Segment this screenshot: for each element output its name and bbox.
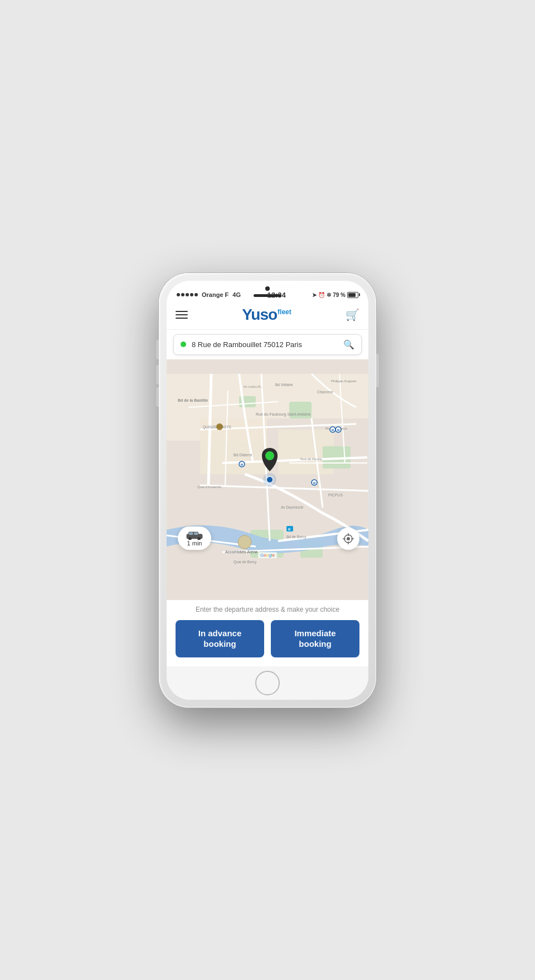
immediate-booking-button[interactable]: Immediatebooking <box>271 620 359 657</box>
svg-text:Bd de la Bastille: Bd de la Bastille <box>178 398 208 402</box>
app-logo: Yuso fleet <box>242 306 291 324</box>
hamburger-menu-button[interactable] <box>176 311 188 319</box>
map-container[interactable]: Seine <box>167 359 368 600</box>
map-svg: Seine <box>167 359 368 600</box>
car-icon <box>184 530 205 540</box>
search-icon[interactable]: 🔍 <box>343 339 354 350</box>
phone-frame: Orange F 4G 12:34 ➤ ⏰ ✲ 79 % Yus <box>159 273 376 708</box>
signal-dot <box>177 293 180 296</box>
signal-dot <box>186 293 189 296</box>
booking-buttons-container: In advancebooking Immediatebooking <box>176 620 359 657</box>
hamburger-line <box>176 311 188 312</box>
status-left: Orange F 4G <box>177 291 241 298</box>
svg-text:Bd Diderot: Bd Diderot <box>234 453 252 457</box>
signal-dot <box>190 293 193 296</box>
svg-text:M: M <box>241 463 243 466</box>
svg-point-45 <box>263 473 276 486</box>
location-dot-icon <box>181 342 186 347</box>
car-time-bubble: 1 min <box>178 526 211 550</box>
svg-text:M: M <box>313 481 315 485</box>
car-time-label: 1 min <box>187 540 202 547</box>
location-icon: ➤ <box>312 292 317 298</box>
home-button[interactable] <box>255 671 280 695</box>
svg-text:Rue du Faubourg Saint-Antoine: Rue du Faubourg Saint-Antoine <box>256 412 311 417</box>
cart-icon[interactable]: 🛒 <box>346 308 359 321</box>
svg-rect-51 <box>194 532 198 535</box>
signal-dot <box>181 293 184 296</box>
search-input-wrapper[interactable]: 8 Rue de Rambouillet 75012 Paris 🔍 <box>173 334 362 355</box>
svg-text:Charonne: Charonne <box>317 390 333 394</box>
search-address-text: 8 Rue de Rambouillet 75012 Paris <box>192 340 343 349</box>
logo-fleet-text: fleet <box>278 308 291 316</box>
signal-bars <box>177 293 198 296</box>
battery-fill <box>348 293 356 297</box>
svg-text:B: B <box>288 528 291 531</box>
network-label: 4G <box>232 291 241 298</box>
camera-dot <box>265 286 270 291</box>
speaker-bar <box>254 294 281 297</box>
my-location-button[interactable] <box>337 528 359 550</box>
target-icon <box>343 533 354 544</box>
svg-text:Bd de Bercy: Bd de Bercy <box>286 535 307 539</box>
svg-text:M: M <box>332 428 334 432</box>
app-header: Yuso fleet 🛒 <box>167 301 368 330</box>
svg-point-42 <box>216 423 223 430</box>
svg-text:PICPUS: PICPUS <box>328 493 343 497</box>
svg-point-40 <box>238 535 251 549</box>
svg-text:Av Ledru-R...: Av Ledru-R... <box>244 385 264 388</box>
battery-percent: 79 % <box>333 292 346 298</box>
instruction-text: Enter the departure address & make your … <box>176 606 359 613</box>
logo-yuso-text: Yuso <box>242 306 277 324</box>
alarm-icon: ⏰ <box>318 292 325 298</box>
phone-screen: Orange F 4G 12:34 ➤ ⏰ ✲ 79 % Yus <box>167 281 368 700</box>
svg-text:AccorHotels Arena: AccorHotels Arena <box>225 550 257 554</box>
svg-point-43 <box>265 451 274 460</box>
home-indicator-area <box>167 666 368 700</box>
hamburger-line <box>176 314 188 315</box>
svg-text:M: M <box>337 428 339 432</box>
svg-text:Quai d'Austerlitz: Quai d'Austerlitz <box>197 485 222 489</box>
svg-text:Av Daumesnil: Av Daumesnil <box>281 505 304 509</box>
bluetooth-icon: ✲ <box>327 292 331 298</box>
svg-text:Bd Voltaire: Bd Voltaire <box>275 383 293 387</box>
advance-booking-button[interactable]: In advancebooking <box>176 620 264 657</box>
google-badge: Google <box>258 552 277 558</box>
svg-text:Rue de Reuilly: Rue de Reuilly <box>300 457 322 461</box>
phone-top-notch <box>167 281 368 287</box>
signal-dot <box>194 293 198 296</box>
bottom-section: Enter the departure address & make your … <box>167 600 368 666</box>
speaker-area <box>254 286 281 297</box>
search-bar-container: 8 Rue de Rambouillet 75012 Paris 🔍 <box>167 330 368 359</box>
svg-rect-50 <box>189 532 193 535</box>
svg-text:Philippe-Auguste: Philippe-Auguste <box>331 379 357 383</box>
battery-icon <box>347 292 358 298</box>
carrier-label: Orange F <box>202 291 228 298</box>
status-right: ➤ ⏰ ✲ 79 % <box>312 292 358 298</box>
hamburger-line <box>176 318 188 319</box>
svg-point-53 <box>347 537 350 540</box>
svg-text:Quai de Bercy: Quai de Bercy <box>234 560 257 564</box>
